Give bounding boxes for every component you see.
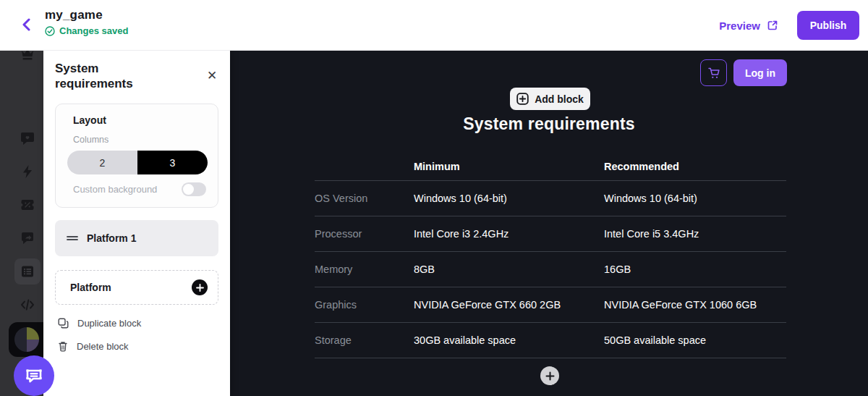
avatar	[14, 327, 39, 352]
platform-1-item[interactable]: Platform 1	[55, 220, 218, 256]
lightning-icon[interactable]	[14, 159, 41, 185]
cart-button[interactable]	[700, 59, 727, 86]
row-recommended-value: NVIDIA GeForce GTX 1060 6GB	[604, 299, 786, 311]
row-recommended-value: 16GB	[604, 264, 786, 275]
row-label: Processor	[315, 228, 414, 240]
layout-card-title: Layout	[73, 114, 106, 126]
add-platform-button[interactable]: Platform	[55, 270, 218, 305]
share-bubble-icon[interactable]	[14, 225, 41, 251]
row-label: OS Version	[315, 193, 414, 204]
login-button[interactable]: Log in	[733, 59, 787, 86]
add-section-button[interactable]	[540, 366, 559, 385]
app-window: my_game Changes saved Preview Publish	[0, 0, 868, 396]
section-heading: System requirements	[230, 114, 868, 134]
custom-background-row: Custom background	[73, 181, 206, 197]
support-chat-button[interactable]	[14, 355, 54, 396]
plus-icon	[192, 279, 208, 295]
drag-handle-icon[interactable]	[67, 235, 78, 242]
topbar-actions: Preview Publish	[719, 0, 859, 51]
column-header-recommended: Recommended	[604, 161, 786, 172]
table-block-icon[interactable]	[14, 258, 41, 285]
save-status: Changes saved	[45, 25, 128, 36]
columns-option-2[interactable]: 2	[67, 151, 137, 174]
code-icon[interactable]	[14, 292, 41, 318]
external-link-icon	[767, 20, 778, 31]
row-minimum-value: 8GB	[414, 264, 604, 275]
chevron-left-icon	[22, 18, 30, 31]
row-minimum-value: Intel Core i3 2.4GHz	[414, 228, 604, 240]
site-preview-canvas: Log in Add block System requirements Min…	[230, 51, 868, 396]
project-title: my_game	[45, 8, 128, 22]
editor-topbar: my_game Changes saved Preview Publish	[0, 0, 868, 51]
custom-background-toggle[interactable]	[182, 182, 206, 196]
columns-label: Columns	[73, 135, 109, 145]
close-icon[interactable]: ✕	[204, 68, 220, 84]
row-label: Memory	[315, 264, 414, 275]
back-button[interactable]	[16, 14, 36, 35]
table-row: OS Version Windows 10 (64-bit) Windows 1…	[315, 181, 786, 216]
table-row: Memory 8GB 16GB	[315, 252, 786, 287]
system-requirements-table: Minimum Recommended OS Version Windows 1…	[315, 152, 786, 358]
chat-bubble-icon	[24, 366, 44, 386]
duplicate-icon	[58, 318, 69, 329]
chat-heart-icon[interactable]	[14, 125, 41, 151]
row-minimum-value: Windows 10 (64-bit)	[414, 193, 604, 204]
check-circle-icon	[45, 26, 55, 36]
row-recommended-value: Windows 10 (64-bit)	[604, 193, 786, 204]
cart-icon	[707, 67, 720, 80]
platform-1-label: Platform 1	[87, 232, 136, 244]
columns-option-3[interactable]: 3	[137, 151, 208, 174]
panel-title: System requirements	[55, 61, 163, 92]
row-label: Graphics	[315, 299, 414, 311]
block-settings-panel: System requirements ✕ Layout Columns 2 3…	[43, 51, 230, 396]
duplicate-block-label: Duplicate block	[77, 318, 141, 329]
trash-icon	[58, 341, 68, 352]
columns-segmented-control: 2 3	[67, 151, 208, 174]
project-title-block: my_game Changes saved	[45, 8, 128, 36]
delete-block-label: Delete block	[77, 341, 129, 352]
coupon-icon[interactable]	[14, 192, 41, 218]
row-recommended-value: 50GB available space	[604, 334, 786, 346]
save-status-label: Changes saved	[59, 25, 128, 36]
toggle-knob	[183, 184, 194, 195]
table-row: Storage 30GB available space 50GB availa…	[315, 323, 786, 358]
preview-label: Preview	[719, 20, 760, 32]
row-minimum-value: NVIDIA GeForce GTX 660 2GB	[414, 299, 604, 311]
column-header-minimum: Minimum	[414, 161, 604, 172]
add-block-button[interactable]: Add block	[510, 88, 590, 110]
row-label: Storage	[315, 334, 414, 346]
layout-settings-card: Layout Columns 2 3 Custom background	[55, 104, 218, 208]
row-minimum-value: 30GB available space	[414, 334, 604, 346]
plus-square-icon	[516, 93, 529, 105]
preview-button[interactable]: Preview	[719, 20, 778, 32]
row-recommended-value: Intel Core i5 3.4GHz	[604, 228, 786, 240]
custom-background-label: Custom background	[73, 184, 157, 195]
table-header-row: Minimum Recommended	[315, 152, 786, 181]
store-crown-icon[interactable]	[14, 51, 41, 67]
plus-icon	[545, 371, 555, 381]
add-platform-label: Platform	[70, 282, 111, 293]
add-block-label: Add block	[535, 93, 584, 105]
table-row: Graphics NVIDIA GeForce GTX 660 2GB NVID…	[315, 287, 786, 323]
delete-block-button[interactable]: Delete block	[58, 338, 129, 354]
duplicate-block-button[interactable]: Duplicate block	[58, 315, 141, 331]
table-row: Processor Intel Core i3 2.4GHz Intel Cor…	[315, 216, 786, 252]
publish-button[interactable]: Publish	[797, 11, 859, 40]
